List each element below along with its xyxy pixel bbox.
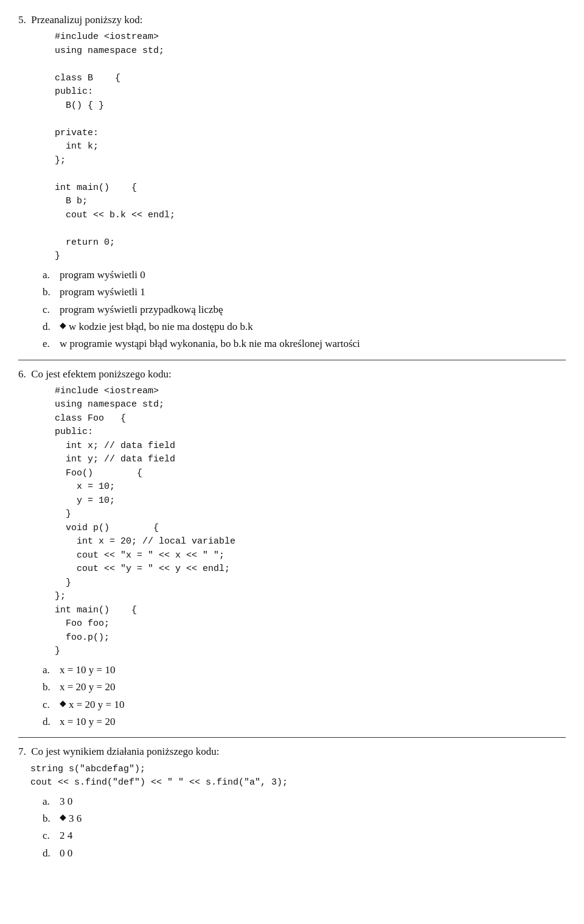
option-6b-letter: b. <box>43 679 60 695</box>
option-7b-letter: b. <box>43 811 60 827</box>
option-6a: a. x = 10 y = 10 <box>43 662 566 678</box>
option-7b-text: 3 6 <box>69 811 82 827</box>
question-5-options: a. program wyświetli 0 b. program wyświe… <box>43 267 566 352</box>
question-5: 5. Przeanalizuj poniższy kod: #include <… <box>18 12 566 352</box>
option-5c: c. program wyświetli przypadkową liczbę <box>43 302 566 318</box>
option-7c-text: 2 4 <box>60 828 72 844</box>
option-5b: b. program wyświetli 1 <box>43 284 566 300</box>
option-6b: b. x = 20 y = 20 <box>43 679 566 695</box>
option-5e: e. w programie wystąpi błąd wykonania, b… <box>43 336 566 352</box>
diamond-7b-icon: ◆ <box>60 811 66 824</box>
option-5d-letter: d. <box>43 319 60 335</box>
option-7c: c. 2 4 <box>43 828 566 844</box>
option-5e-letter: e. <box>43 336 60 352</box>
question-6-header: 6. Co jest efektem poniższego kodu: <box>18 366 566 382</box>
question-7: 7. Co jest wynikiem działania poniższego… <box>18 744 566 861</box>
option-6a-letter: a. <box>43 662 60 678</box>
option-5a-text: program wyświetli 0 <box>60 267 145 283</box>
question-6-number: 6 <box>18 368 24 380</box>
question-6-options: a. x = 10 y = 10 b. x = 20 y = 20 c. ◆ x… <box>43 662 566 730</box>
question-7-options: a. 3 0 b. ◆ 3 6 c. 2 4 d. 0 0 <box>43 794 566 861</box>
option-5e-text: w programie wystąpi błąd wykonania, bo b… <box>60 336 360 352</box>
question-5-header: 5. Przeanalizuj poniższy kod: <box>18 12 566 28</box>
divider-6-7 <box>18 737 566 738</box>
question-5-title: Przeanalizuj poniższy kod: <box>31 14 142 26</box>
option-7d-letter: d. <box>43 845 60 861</box>
option-6c-text: x = 20 y = 10 <box>69 697 124 713</box>
question-7-number: 7 <box>18 746 24 757</box>
option-7a: a. 3 0 <box>43 794 566 810</box>
question-6-title: Co jest efektem poniższego kodu: <box>31 368 171 380</box>
option-7a-text: 3 0 <box>60 794 72 810</box>
question-6-code: #include <iostream> using namespace std;… <box>55 385 566 659</box>
option-7d: d. 0 0 <box>43 845 566 861</box>
option-5b-letter: b. <box>43 284 60 300</box>
option-7b: b. ◆ 3 6 <box>43 811 566 827</box>
option-5b-text: program wyświetli 1 <box>60 284 145 300</box>
question-6: 6. Co jest efektem poniższego kodu: #inc… <box>18 366 566 730</box>
option-6d-letter: d. <box>43 714 60 730</box>
option-5d: d. ◆ w kodzie jest błąd, bo nie ma dostę… <box>43 319 566 335</box>
option-5c-text: program wyświetli przypadkową liczbę <box>60 302 223 318</box>
option-6a-text: x = 10 y = 10 <box>60 662 115 678</box>
option-6d-text: x = 10 y = 20 <box>60 714 115 730</box>
question-7-title: Co jest wynikiem działania poniższego ko… <box>31 746 219 757</box>
option-5a: a. program wyświetli 0 <box>43 267 566 283</box>
diamond-6c-icon: ◆ <box>60 697 66 710</box>
option-7a-letter: a. <box>43 794 60 810</box>
question-7-code: string s("abcdefag"); cout << s.find("de… <box>30 763 566 790</box>
option-7d-text: 0 0 <box>60 845 72 861</box>
question-5-number: 5 <box>18 14 24 26</box>
diamond-5d-icon: ◆ <box>60 319 66 332</box>
option-7c-letter: c. <box>43 828 60 844</box>
option-5d-text: w kodzie jest błąd, bo nie ma dostępu do… <box>69 319 253 335</box>
divider-5-6 <box>18 360 566 360</box>
option-5a-letter: a. <box>43 267 60 283</box>
option-6d: d. x = 10 y = 20 <box>43 714 566 730</box>
option-6b-text: x = 20 y = 20 <box>60 679 115 695</box>
option-6c-letter: c. <box>43 697 60 713</box>
option-5c-letter: c. <box>43 302 60 318</box>
option-6c: c. ◆ x = 20 y = 10 <box>43 697 566 713</box>
question-5-code: #include <iostream> using namespace std;… <box>55 30 566 264</box>
question-7-header: 7. Co jest wynikiem działania poniższego… <box>18 744 566 760</box>
